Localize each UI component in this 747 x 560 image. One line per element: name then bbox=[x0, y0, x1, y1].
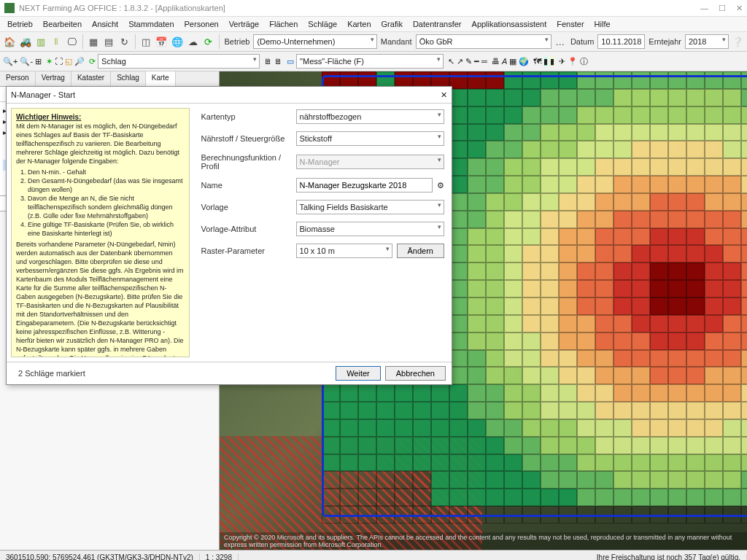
menu-bar: Betrieb Bearbeiten Ansicht Stammdaten Pe… bbox=[0, 17, 747, 32]
vorlage-select[interactable]: Talking Fields Basiskarte bbox=[296, 200, 444, 214]
menu-item[interactable]: Flächen bbox=[265, 18, 302, 30]
menu-item[interactable]: Datentransfer bbox=[409, 18, 466, 30]
betrieb-label: Betrieb bbox=[223, 37, 252, 46]
window-titlebar: NEXT Farming AG OFFICE : 1.8.3.2 - [Appl… bbox=[0, 0, 747, 17]
doc-icon[interactable]: 🗎 bbox=[264, 57, 272, 66]
zoom-in-icon[interactable]: 🔍+ bbox=[3, 57, 18, 66]
crops-icon[interactable]: ⫴ bbox=[50, 34, 63, 50]
refresh-icon[interactable]: ⟳ bbox=[201, 34, 214, 50]
status-coord: 3601510,590; 5769524,461 (GK3TM/GK3-3/DH… bbox=[0, 553, 200, 561]
select-icon[interactable]: ◱ bbox=[65, 57, 72, 66]
menu-item[interactable]: Verträge bbox=[225, 18, 264, 30]
layer-select[interactable]: Schlag bbox=[98, 54, 260, 69]
pen-icon[interactable]: ✎ bbox=[465, 57, 472, 66]
abbrechen-button[interactable]: Abbrechen bbox=[385, 366, 446, 381]
marked-count: 2 Schläge markiert bbox=[12, 369, 85, 378]
zoom-out-icon[interactable]: 🔍- bbox=[20, 57, 33, 66]
print-icon[interactable]: 🖶 bbox=[492, 57, 500, 66]
map-toolbar: 🔍+ 🔍- ⊞ ✶ ⛶ ◱ 🔎 ⟳ Schlag 🗎 🗎 ▭ "Mess"-Fl… bbox=[0, 52, 747, 71]
arrow-icon[interactable]: ↗ bbox=[457, 57, 463, 66]
pin-icon[interactable]: 📍 bbox=[568, 57, 578, 66]
tool-icon[interactable]: ▤ bbox=[102, 34, 115, 50]
dialog-form: Kartentyp nährstoffbezogen Nährstoff / S… bbox=[194, 104, 452, 362]
aendern-button[interactable]: Ändern bbox=[397, 244, 444, 258]
menu-item[interactable]: Karten bbox=[343, 18, 375, 30]
search-icon[interactable]: 🔎 bbox=[74, 57, 85, 66]
cloud-icon[interactable]: ☁ bbox=[186, 34, 199, 50]
minimize-icon[interactable]: — bbox=[700, 4, 708, 13]
pointer-icon[interactable]: ↖ bbox=[448, 57, 454, 66]
layout-icon[interactable]: ◫ bbox=[139, 34, 152, 50]
raster-select[interactable]: 10 x 10 m bbox=[296, 244, 392, 258]
menu-item[interactable]: Hilfe bbox=[590, 18, 615, 30]
window-title: NEXT Farming AG OFFICE : 1.8.3.2 - [Appl… bbox=[19, 4, 225, 12]
main-toolbar: 🏠 🚜 ▥ ⫴ 🖵 ▦ ▤ ↻ ◫ 📅 🌐 ☁ ⟳ Betrieb (Demo-… bbox=[0, 32, 747, 52]
hint-panel: Wichtiger Hinweis: Mit dem N-Manager ist… bbox=[11, 108, 190, 357]
name-input[interactable] bbox=[296, 178, 433, 192]
extent-icon[interactable]: ✶ bbox=[46, 57, 53, 66]
dialog-close-icon[interactable]: ✕ bbox=[441, 90, 447, 100]
mandant-label: Mandant bbox=[379, 37, 414, 46]
grid-icon[interactable]: ▦ bbox=[509, 57, 516, 66]
map-icon[interactable]: 🗺 bbox=[533, 57, 541, 66]
zoom-reset-icon[interactable]: ⊞ bbox=[35, 57, 42, 66]
nmanager-dialog: N-Manager - Start ✕ Wichtiger Hinweis: M… bbox=[6, 86, 452, 385]
erntejahr-label: Erntejahr bbox=[647, 37, 683, 46]
tab-schlag[interactable]: Schlag bbox=[111, 71, 146, 86]
date-input[interactable]: 10.11.2018 bbox=[597, 34, 645, 49]
menu-item[interactable]: Applikationsassistent bbox=[468, 18, 551, 30]
map-credit: Copyright © 2020 Microsoft and its suppl… bbox=[220, 532, 747, 550]
mess-select[interactable]: "Mess"-Fläche (F) bbox=[296, 54, 444, 69]
home-icon[interactable]: 🏠 bbox=[3, 34, 16, 50]
menu-item[interactable]: Ansicht bbox=[88, 18, 123, 30]
status-scale: 1 : 3298 bbox=[200, 553, 239, 561]
line-icon[interactable]: ━ bbox=[474, 57, 479, 66]
field-icon[interactable]: ▥ bbox=[34, 34, 47, 50]
help-icon[interactable]: ❔ bbox=[731, 34, 744, 50]
tab-kataster[interactable]: Kataster bbox=[71, 71, 111, 86]
text-icon[interactable]: A bbox=[502, 57, 507, 66]
menu-item[interactable]: Schläge bbox=[303, 18, 341, 30]
naehrstoff-select[interactable]: Stickstoff bbox=[296, 131, 444, 146]
app-icon bbox=[4, 3, 15, 13]
menu-item[interactable]: Bearbeiten bbox=[39, 18, 86, 30]
dialog-title: N-Manager - Start bbox=[11, 90, 75, 99]
erntejahr-select[interactable]: 2018 bbox=[685, 34, 729, 49]
tab-karte[interactable]: Karte bbox=[146, 71, 176, 87]
tab-person[interactable]: Person bbox=[0, 71, 36, 86]
berechnung-select: N-Manager bbox=[296, 155, 444, 169]
menu-item[interactable]: Fenster bbox=[552, 18, 588, 30]
maximize-icon[interactable]: ☐ bbox=[719, 4, 726, 13]
ellipsis-icon[interactable]: … bbox=[554, 34, 567, 50]
tractor-icon[interactable]: 🚜 bbox=[18, 34, 31, 50]
tab-vertrag[interactable]: Vertrag bbox=[36, 71, 71, 86]
calendar-icon[interactable]: 📅 bbox=[155, 34, 168, 50]
shape-icon[interactable]: ▭ bbox=[287, 57, 294, 66]
tool-icon[interactable]: ↻ bbox=[118, 34, 131, 50]
layer-icon[interactable]: ▮ bbox=[543, 57, 548, 66]
fit-icon[interactable]: ⛶ bbox=[55, 57, 63, 66]
menu-item[interactable]: Grafik bbox=[377, 18, 407, 30]
menu-item[interactable]: Personen bbox=[180, 18, 223, 30]
kartentyp-select[interactable]: nährstoffbezogen bbox=[296, 109, 444, 124]
screen-icon[interactable]: 🖵 bbox=[66, 34, 79, 50]
info-icon[interactable]: ⓘ bbox=[580, 56, 588, 67]
menu-item[interactable]: Betrieb bbox=[3, 18, 37, 30]
layer-refresh-icon[interactable]: ⟳ bbox=[89, 57, 96, 66]
world-icon[interactable]: 🌍 bbox=[519, 57, 529, 66]
betrieb-select[interactable]: (Demo-Unternehmen) bbox=[253, 34, 376, 49]
gear-icon[interactable]: ⚙ bbox=[433, 181, 444, 190]
status-bar: 3601510,590; 5769524,461 (GK3TM/GK3-3/DH… bbox=[0, 550, 747, 560]
tool-icon[interactable]: ▦ bbox=[87, 34, 100, 50]
mandant-select[interactable]: Öko GbR bbox=[416, 34, 551, 49]
line2-icon[interactable]: ═ bbox=[481, 57, 487, 66]
weiter-button[interactable]: Weiter bbox=[336, 366, 381, 381]
doc-add-icon[interactable]: 🗎 bbox=[274, 57, 282, 66]
vorlage-attribut-select[interactable]: Biomasse bbox=[296, 222, 444, 236]
fly-icon[interactable]: ✈ bbox=[559, 57, 565, 66]
close-icon[interactable]: ✕ bbox=[736, 4, 743, 13]
menu-item[interactable]: Stammdaten bbox=[124, 18, 178, 30]
layer2-icon[interactable]: ▮ bbox=[550, 57, 554, 66]
globe-icon[interactable]: 🌐 bbox=[171, 34, 184, 50]
status-license: Ihre Freischaltung ist noch 357 Tag(e) g… bbox=[591, 553, 747, 561]
